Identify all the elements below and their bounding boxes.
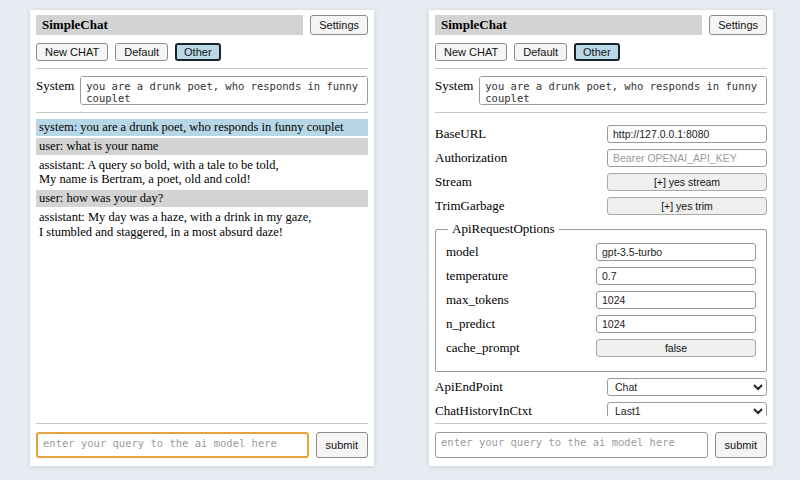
max-tokens-label: max_tokens xyxy=(446,292,596,308)
system-label: System xyxy=(36,76,74,105)
trimgarbage-label: TrimGarbage xyxy=(435,198,607,214)
settings-row-n-predict: n_predict xyxy=(446,315,756,333)
query-row: submit xyxy=(435,432,767,458)
chat-session-bar: New CHAT Default Other xyxy=(435,43,767,61)
n-predict-label: n_predict xyxy=(446,316,596,332)
new-chat-button[interactable]: New CHAT xyxy=(36,43,108,61)
system-prompt-textarea[interactable]: you are a drunk poet, who responds in fu… xyxy=(479,76,767,105)
query-textarea[interactable] xyxy=(36,432,309,458)
baseurl-label: BaseURL xyxy=(435,126,607,142)
new-chat-button[interactable]: New CHAT xyxy=(435,43,507,61)
system-prompt-row: System you are a drunk poet, who respond… xyxy=(435,76,767,105)
n-predict-input[interactable] xyxy=(596,315,756,333)
divider xyxy=(435,423,767,424)
apiendpoint-label: ApiEndPoint xyxy=(435,379,607,395)
system-label: System xyxy=(435,76,473,105)
api-request-options-fieldset: ApiRequestOptions model temperature max_… xyxy=(435,221,767,372)
chat-message-user: user: how was your day? xyxy=(36,190,368,207)
divider xyxy=(36,112,368,113)
chathistoryinctxt-select[interactable]: Last1 xyxy=(607,402,767,416)
chat-session-other-button[interactable]: Other xyxy=(175,43,221,61)
settings-button[interactable]: Settings xyxy=(310,15,368,35)
settings-button[interactable]: Settings xyxy=(709,15,767,35)
temperature-label: temperature xyxy=(446,268,596,284)
api-request-options-legend: ApiRequestOptions xyxy=(448,221,559,237)
settings-row-temperature: temperature xyxy=(446,267,756,285)
settings-row-baseurl: BaseURL xyxy=(435,125,767,143)
settings-form: BaseURL Authorization Stream [+] yes str… xyxy=(435,119,767,416)
settings-row-stream: Stream [+] yes stream xyxy=(435,173,767,191)
chat-message-system: system: you are a drunk poet, who respon… xyxy=(36,119,368,136)
cache-prompt-toggle-button[interactable]: false xyxy=(596,339,756,357)
chat-session-bar: New CHAT Default Other xyxy=(36,43,368,61)
authorization-input[interactable] xyxy=(607,149,767,167)
query-row: submit xyxy=(36,432,368,458)
apiendpoint-select[interactable]: Chat xyxy=(607,378,767,396)
title-bar: SimpleChat Settings xyxy=(435,15,767,35)
submit-button[interactable]: submit xyxy=(715,432,767,458)
temperature-input[interactable] xyxy=(596,267,756,285)
stream-label: Stream xyxy=(435,174,607,190)
system-prompt-row: System you are a drunk poet, who respond… xyxy=(36,76,368,105)
model-label: model xyxy=(446,244,596,260)
chat-message-list: system: you are a drunk poet, who respon… xyxy=(36,119,368,416)
settings-row-trimgarbage: TrimGarbage [+] yes trim xyxy=(435,197,767,215)
title-bar: SimpleChat Settings xyxy=(36,15,368,35)
chat-panel: SimpleChat Settings New CHAT Default Oth… xyxy=(30,10,374,466)
query-textarea[interactable] xyxy=(435,432,708,458)
chat-message-assistant: assistant: My day was a haze, with a dri… xyxy=(36,209,368,241)
settings-row-max-tokens: max_tokens xyxy=(446,291,756,309)
settings-row-chathistoryinctxt: ChatHistoryInCtxt Last1 xyxy=(435,402,767,416)
cache-prompt-label: cache_prompt xyxy=(446,340,596,356)
app-title: SimpleChat xyxy=(435,15,702,35)
divider xyxy=(36,68,368,69)
settings-row-model: model xyxy=(446,243,756,261)
settings-panel: SimpleChat Settings New CHAT Default Oth… xyxy=(429,10,773,466)
settings-row-apiendpoint: ApiEndPoint Chat xyxy=(435,378,767,396)
chathistoryinctxt-label: ChatHistoryInCtxt xyxy=(435,403,607,416)
settings-row-authorization: Authorization xyxy=(435,149,767,167)
chat-session-other-button[interactable]: Other xyxy=(574,43,620,61)
authorization-label: Authorization xyxy=(435,150,607,166)
system-prompt-textarea[interactable]: you are a drunk poet, who responds in fu… xyxy=(80,76,368,105)
baseurl-input[interactable] xyxy=(607,125,767,143)
chat-message-assistant: assistant: A query so bold, with a tale … xyxy=(36,157,368,189)
chat-session-default-button[interactable]: Default xyxy=(115,43,168,61)
trimgarbage-toggle-button[interactable]: [+] yes trim xyxy=(607,197,767,215)
model-input[interactable] xyxy=(596,243,756,261)
divider xyxy=(36,423,368,424)
settings-row-cache-prompt: cache_prompt false xyxy=(446,339,756,357)
submit-button[interactable]: submit xyxy=(316,432,368,458)
divider xyxy=(435,112,767,113)
max-tokens-input[interactable] xyxy=(596,291,756,309)
divider xyxy=(435,68,767,69)
chat-session-default-button[interactable]: Default xyxy=(514,43,567,61)
stream-toggle-button[interactable]: [+] yes stream xyxy=(607,173,767,191)
chat-message-user: user: what is your name xyxy=(36,138,368,155)
app-title: SimpleChat xyxy=(36,15,303,35)
